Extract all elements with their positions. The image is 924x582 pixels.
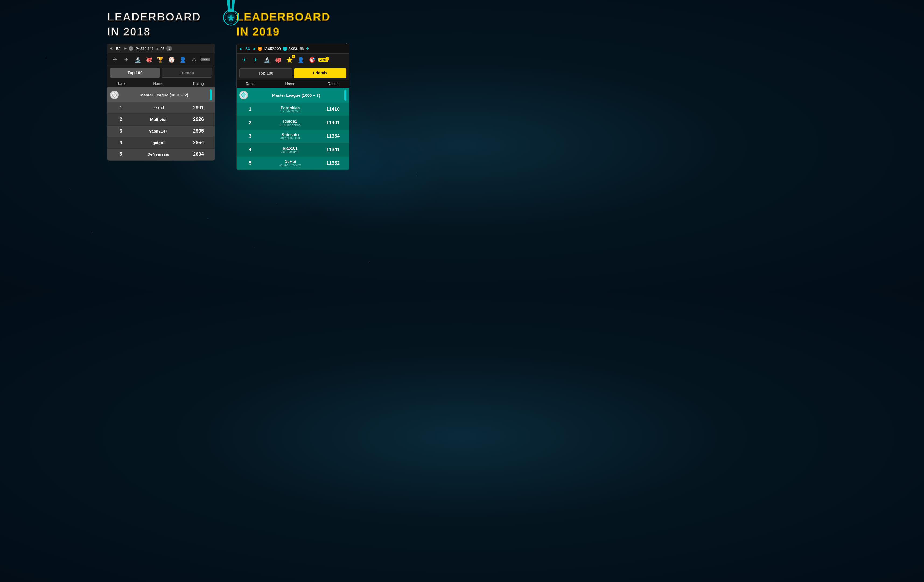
rating-1-2018: 2991 xyxy=(185,105,212,111)
table-row: 4 Igaiga1 2864 xyxy=(107,137,214,149)
rating-3-2018: 2905 xyxy=(185,128,212,134)
year-2018: IN 2018 xyxy=(107,25,150,38)
rating-3-2019: 11354 xyxy=(320,133,346,139)
nav-icons-2019: ✈ ✈ 🔬 🐙 ⭐ ! 👤 🎯 SHOP ! xyxy=(237,54,349,66)
rank-3-2018: 3 xyxy=(110,128,132,134)
master-league-text-2019: Master League (1000 – ?) xyxy=(250,93,342,98)
table-row: 1 Patricklac #1FCYF6WJ3EO 11410 xyxy=(237,103,349,116)
year-2019: IN 2019 xyxy=(236,25,280,38)
title-2018: LEADERBOARD xyxy=(107,11,201,23)
rating-2-2018: 2926 xyxy=(185,117,212,122)
fighter-2019-icon[interactable]: ✈ xyxy=(239,56,249,64)
squad-icon[interactable]: 🐙 xyxy=(144,56,154,64)
master-league-text-2018: Master League (1001 – ?) xyxy=(121,93,208,97)
rank-2-2018: 2 xyxy=(110,117,132,122)
profile-2019-icon[interactable]: 👤 xyxy=(296,56,305,64)
panel-2019: LEADERBOARD IN 2019 54 C 12,652,200 xyxy=(236,11,355,170)
rating-1-2019: 11410 xyxy=(320,106,346,112)
trophy-icon[interactable]: 🏆 xyxy=(155,56,165,64)
tab-top100-2019[interactable]: Top 100 xyxy=(239,68,292,78)
tab-top100-2018[interactable]: Top 100 xyxy=(110,68,160,78)
events-icon-wrapper: ⭐ ! xyxy=(285,56,294,64)
col-rank-label-2019: Rank xyxy=(239,82,261,86)
warning-icon[interactable]: ⚠ xyxy=(189,56,199,64)
svg-marker-7 xyxy=(113,93,116,96)
status-bar-2019: 54 C 12,652,200 ▲ 2,083,188 + xyxy=(237,44,349,54)
rank-number-2019: 54 xyxy=(245,46,250,51)
rank-4-2018: 4 xyxy=(110,140,132,146)
shop-badge-2018[interactable]: SHOP xyxy=(201,58,210,61)
squad-2019-icon[interactable]: 🐙 xyxy=(273,56,283,64)
profile-icon[interactable]: 👤 xyxy=(178,56,188,64)
master-league-row-2019: Master League (1000 – ?) xyxy=(237,88,349,103)
shop-notification-badge: ! xyxy=(325,57,329,61)
name-2-2018: Multivist xyxy=(132,117,185,122)
table-row: 3 vash2147 2905 xyxy=(107,126,214,137)
table-row: 3 Shinsato #1P1Q50VF0N4 11354 xyxy=(237,130,349,143)
tab-friends-2019[interactable]: Friends xyxy=(294,68,346,78)
jets-2019-icon[interactable]: ✈ xyxy=(251,56,260,64)
players-list-2018: 1 DeHei 2991 2 Multivist 2926 3 v xyxy=(107,103,214,160)
name-5-2019: DeHei #1E4VPPYMVPC xyxy=(261,159,320,167)
name-1-2019: Patricklac #1FCYF6WJ3EO xyxy=(261,105,320,113)
table-header-2018: Rank Name Rating xyxy=(107,80,214,87)
status-bar-2018: 52 ● 124,519,147 ▲ 25 ⚙ xyxy=(107,44,214,53)
medal-decoration xyxy=(220,0,242,27)
currency-teal-icon: ▲ xyxy=(283,46,287,51)
medal-icon xyxy=(220,0,242,27)
table-row: 2 Multivist 2926 xyxy=(107,114,214,126)
currency-gray-icon: ● xyxy=(129,46,133,51)
wing-left-icon xyxy=(110,46,115,50)
table-row: 4 Iga6101 #1EJTU86I874 11341 xyxy=(237,143,349,157)
game-ui-2018: 52 ● 124,519,147 ▲ 25 ⚙ ✈ xyxy=(107,44,215,160)
rating-4-2018: 2864 xyxy=(185,140,212,146)
jets-icon[interactable]: ✈ xyxy=(121,56,131,64)
nav-icons-2018: ✈ ✈ 🔬 🐙 🏆 ⚾ 👤 ⚠ SHOP xyxy=(107,53,214,66)
settings-icon-2018[interactable]: ⚙ xyxy=(167,46,172,51)
rating-4-2019: 11341 xyxy=(320,147,346,152)
col-rating-label-2019: Rating xyxy=(320,82,346,86)
master-league-icon-2018 xyxy=(110,91,119,99)
research-icon[interactable]: 🔬 xyxy=(133,56,142,64)
rank-4-2019: 4 xyxy=(239,147,261,152)
alert-triangle-icon: ▲ xyxy=(156,46,159,51)
rank-5-2019: 5 xyxy=(239,160,261,166)
tabs-2018: Top 100 Friends xyxy=(107,66,214,80)
title-2019: LEADERBOARD xyxy=(236,11,330,23)
table-row: 1 DeHei 2991 xyxy=(107,103,214,114)
table-header-2019: Rank Name Rating xyxy=(237,80,349,88)
rank-3-2019: 3 xyxy=(239,133,261,139)
fighter-icon[interactable]: ✈ xyxy=(110,56,120,64)
research-2019-icon[interactable]: 🔬 xyxy=(262,56,272,64)
currency-1-2018: ● 124,519,147 xyxy=(129,46,153,51)
table-row: 5 DeHei #1E4VPPYMVPC 11332 xyxy=(237,157,349,170)
tabs-2019: Top 100 Friends xyxy=(237,66,349,80)
rank-badge-2018: 52 xyxy=(110,46,127,51)
master-league-icon-2019 xyxy=(239,91,248,99)
rank-number-2018: 52 xyxy=(116,46,120,51)
events-notification-badge: ! xyxy=(292,55,295,58)
game-ui-2019: 54 C 12,652,200 ▲ 2,083,188 + ✈ ✈ xyxy=(236,44,350,170)
scrollbar-2018[interactable] xyxy=(210,89,212,100)
col-rating-label-2018: Rating xyxy=(185,81,212,86)
wing-right-2019-icon xyxy=(251,47,256,51)
radar-2019-icon[interactable]: 🎯 xyxy=(307,56,317,64)
scrollbar-2019[interactable] xyxy=(344,90,346,101)
players-list-2019: 1 Patricklac #1FCYF6WJ3EO 11410 2 Igaiga… xyxy=(237,103,349,170)
table-row: 5 DeNemesis 2834 xyxy=(107,149,214,160)
tab-friends-2018[interactable]: Friends xyxy=(162,68,212,78)
table-row: 2 Igaiga1 #1RE1KKXXM9S 11401 xyxy=(237,116,349,130)
currency-orange-icon: C xyxy=(258,46,262,51)
team-icon[interactable]: ⚾ xyxy=(167,56,177,64)
plus-button-2019[interactable]: + xyxy=(306,46,309,52)
currency-1-2019: C 12,652,200 xyxy=(258,46,281,51)
name-4-2019: Iga6101 #1EJTU86I874 xyxy=(261,146,320,153)
rank-1-2018: 1 xyxy=(110,105,132,111)
shop-wrapper: SHOP ! xyxy=(318,58,328,62)
currency-2-2018: ▲ 25 xyxy=(156,46,164,51)
col-rank-label-2018: Rank xyxy=(110,81,132,86)
currency-2-2019: ▲ 2,083,188 xyxy=(283,46,304,51)
rank-1-2019: 1 xyxy=(239,106,261,112)
panel-2018: LEADERBOARD IN 2018 52 ● 12 xyxy=(107,11,220,160)
rating-5-2018: 2834 xyxy=(185,151,212,157)
